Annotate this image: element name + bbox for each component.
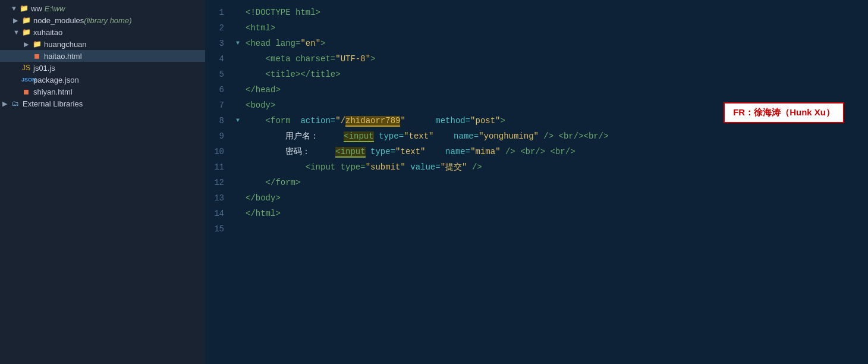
line9-text: 用户名： <input type="text" name="yonghuming… (246, 128, 609, 144)
line8-text: <form action="/zhidaorr789" method="post… (246, 113, 505, 128)
tree-root[interactable]: ▼ 📁 ww E:\ww (0, 2, 205, 14)
fold-3: ▼ (236, 36, 244, 51)
haitao-html-label: haitao.html (44, 52, 82, 61)
xuhaitao-arrow-icon: ▼ (13, 29, 21, 36)
code-line-14: </html> (236, 206, 868, 221)
line-num-1: 1 (205, 5, 224, 20)
line11-text: <input type="submit" value="提交" /> (246, 159, 482, 175)
xuhaitao-folder-icon: 📁 (21, 27, 31, 37)
sidebar-item-huangchuan[interactable]: ▶ 📁 huangchuan (0, 38, 205, 50)
code-line-1: <!DOCTYPE html> (236, 5, 868, 20)
line-num-12: 12 (205, 175, 224, 190)
code-line-9: 用户名： <input type="text" name="yonghuming… (236, 128, 868, 144)
haitao-html-icon: ◼ (32, 51, 42, 61)
line-num-8: 8 (205, 113, 224, 128)
root-label: ww (31, 4, 42, 13)
line12-text: </form> (246, 175, 300, 190)
sidebar-item-external-libraries[interactable]: ▶ 🗂 External Libraries (0, 98, 205, 109)
line4-text: <meta charset="UTF-8"> (246, 51, 375, 67)
js01-label: js01.js (33, 64, 55, 73)
code-line-13: </body> (236, 190, 868, 206)
file-tree: ▼ 📁 ww E:\ww ▶ 📁 node_modules (library h… (0, 0, 205, 364)
huangchuan-arrow-icon: ▶ (24, 40, 32, 48)
code-line-10: 密码： <input type="text" name="mima" /> <b… (236, 144, 868, 159)
line-num-6: 6 (205, 82, 224, 98)
annotation-text: FR：徐海涛（Hunk Xu） (733, 107, 835, 117)
root-arrow-icon: ▼ (11, 5, 19, 12)
line3-text: <head lang="en"> (246, 36, 325, 51)
line1-text: <!DOCTYPE html> (246, 5, 320, 20)
line6-text: </head> (246, 82, 281, 98)
line-num-11: 11 (205, 159, 224, 175)
code-line-5: <title></title> (236, 67, 868, 82)
sidebar-item-package-json[interactable]: JSON package.json (0, 74, 205, 86)
package-json-icon: JSON (21, 75, 31, 84)
code-editor: 1 2 3 4 5 6 7 8 9 10 11 12 13 14 15 <!DO… (205, 0, 868, 364)
line-num-7: 7 (205, 98, 224, 113)
line10-text: 密码： <input type="text" name="mima" /> <b… (246, 144, 575, 159)
line-num-10: 10 (205, 144, 224, 159)
code-line-12: </form> (236, 175, 868, 190)
fold-8: ▼ (236, 113, 244, 128)
root-path: E:\ww (45, 4, 65, 13)
code-line-6: </head> (236, 82, 868, 98)
node-modules-folder-icon: 📁 (21, 15, 31, 25)
root-folder-icon: 📁 (19, 4, 29, 13)
line7-text: <body> (246, 98, 275, 113)
ext-lib-icon: 🗂 (11, 99, 20, 108)
package-json-label: package.json (33, 76, 79, 84)
ext-lib-arrow-icon: ▶ (2, 100, 11, 108)
line5-text: <title></title> (246, 67, 341, 82)
sidebar-item-haitao-html[interactable]: ◼ haitao.html (0, 50, 205, 62)
code-line-15 (236, 221, 868, 237)
code-line-3: ▼ <head lang="en"> (236, 36, 868, 51)
sidebar-item-js01[interactable]: JS js01.js (0, 62, 205, 74)
code-line-4: <meta charset="UTF-8"> (236, 51, 868, 67)
line13-text: </body> (246, 190, 281, 206)
node-modules-arrow-icon: ▶ (13, 17, 21, 24)
shiyan-html-icon: ◼ (21, 87, 31, 96)
js01-js-icon: JS (21, 63, 31, 73)
line-num-15: 15 (205, 221, 224, 237)
code-line-11: <input type="submit" value="提交" /> (236, 159, 868, 175)
code-line-2: <html> (236, 20, 868, 36)
line-num-5: 5 (205, 67, 224, 82)
code-lines: <!DOCTYPE html> <html> ▼ <head lang="en"… (230, 0, 868, 364)
line-num-13: 13 (205, 190, 224, 206)
huangchuan-folder-icon: 📁 (32, 39, 42, 49)
node-modules-label: node_modules (33, 16, 84, 25)
line-num-9: 9 (205, 128, 224, 144)
line-num-4: 4 (205, 51, 224, 67)
line14-text: </html> (246, 206, 281, 221)
ext-lib-label: External Libraries (23, 99, 83, 108)
line-numbers: 1 2 3 4 5 6 7 8 9 10 11 12 13 14 15 (205, 0, 230, 364)
node-modules-sublabel: (library home) (84, 16, 131, 25)
shiyan-html-label: shiyan.html (33, 87, 73, 96)
sidebar-item-node-modules[interactable]: ▶ 📁 node_modules (library home) (0, 14, 205, 26)
line-num-2: 2 (205, 20, 224, 36)
xuhaitao-label: xuhaitao (33, 28, 62, 37)
line-num-14: 14 (205, 206, 224, 221)
sidebar-item-xuhaitao[interactable]: ▼ 📁 xuhaitao (0, 26, 205, 38)
huangchuan-label: huangchuan (44, 40, 87, 49)
line-num-3: 3 (205, 36, 224, 51)
sidebar-item-shiyan-html[interactable]: ◼ shiyan.html (0, 86, 205, 98)
line2-text: <html> (246, 20, 275, 36)
annotation-box: FR：徐海涛（Hunk Xu） (724, 102, 844, 123)
